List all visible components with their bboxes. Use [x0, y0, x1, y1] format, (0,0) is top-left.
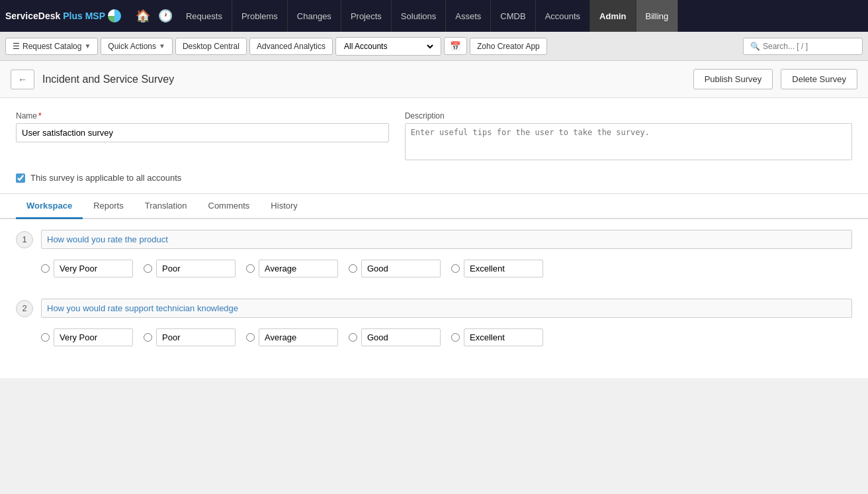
toolbar: ☰ Request Catalog ▼ Quick Actions ▼ Desk… [0, 32, 868, 61]
nav-changes[interactable]: Changes [288, 0, 341, 32]
option-radio[interactable] [144, 333, 152, 342]
list-icon: ☰ [13, 42, 20, 51]
page-title: Incident and Service Survey [42, 74, 685, 85]
option-item [144, 328, 236, 346]
nav-solutions[interactable]: Solutions [392, 0, 446, 32]
tab-comments[interactable]: Comments [198, 194, 261, 219]
calendar-icon: 📅 [450, 41, 461, 51]
options-row-2 [16, 328, 852, 346]
required-indicator: * [38, 111, 42, 121]
option-radio[interactable] [246, 333, 255, 342]
survey-content: 1 [0, 219, 868, 378]
option-input[interactable] [361, 260, 441, 277]
globe-icon[interactable]: 🕐 [158, 9, 173, 23]
accounts-select[interactable]: All Accounts [341, 41, 435, 52]
request-catalog-btn[interactable]: ☰ Request Catalog ▼ [5, 38, 98, 55]
nav-problems[interactable]: Problems [232, 0, 288, 32]
name-label: Name* [16, 111, 389, 121]
back-button[interactable]: ← [11, 70, 34, 89]
nav-requests[interactable]: Requests [177, 0, 232, 32]
search-box[interactable]: 🔍 [743, 38, 863, 55]
form-row-name-desc: Name* Description [16, 111, 852, 162]
option-radio[interactable] [451, 333, 460, 342]
option-radio[interactable] [246, 264, 255, 273]
option-input[interactable] [156, 260, 236, 277]
option-item [41, 260, 133, 277]
dropdown-arrow-icon: ▼ [84, 42, 91, 50]
option-input[interactable] [464, 260, 543, 277]
option-radio[interactable] [41, 264, 50, 273]
nav-accounts[interactable]: Accounts [536, 0, 590, 32]
description-field: Description [405, 111, 852, 162]
top-navigation: ServiceDesk Plus MSP 🏠 🕐 Requests Proble… [0, 0, 868, 32]
description-label: Description [405, 111, 852, 121]
question-row-1: 1 [16, 230, 852, 249]
page-header: ← Incident and Service Survey Publish Su… [0, 61, 868, 98]
form-area: Name* Description This survey is applica… [0, 98, 868, 194]
option-input[interactable] [54, 328, 133, 346]
option-input[interactable] [54, 260, 133, 277]
question-number-2: 2 [16, 300, 33, 317]
main-content: ← Incident and Service Survey Publish Su… [0, 61, 868, 378]
option-input[interactable] [259, 328, 338, 346]
dropdown-arrow-icon: ▼ [159, 42, 165, 50]
question-row-2: 2 [16, 299, 852, 318]
nav-admin[interactable]: Admin [590, 0, 636, 32]
app-logo: ServiceDesk Plus MSP [5, 9, 121, 23]
tab-history[interactable]: History [260, 194, 308, 219]
question-block-2: 2 [16, 299, 852, 346]
option-radio[interactable] [349, 333, 357, 342]
option-input[interactable] [259, 260, 338, 277]
logo-icon [108, 9, 121, 23]
tabs-bar: Workspace Reports Translation Comments H… [0, 194, 868, 219]
options-row-1 [16, 260, 852, 277]
question-block-1: 1 [16, 230, 852, 277]
option-input[interactable] [156, 328, 236, 346]
option-item [349, 328, 441, 346]
all-accounts-checkbox[interactable] [16, 173, 25, 183]
tab-workspace[interactable]: Workspace [16, 194, 83, 219]
advanced-analytics-btn[interactable]: Advanced Analytics [249, 38, 333, 55]
question-text-2[interactable] [41, 299, 852, 318]
tab-translation[interactable]: Translation [134, 194, 198, 219]
question-text-1[interactable] [41, 230, 852, 249]
description-textarea[interactable] [405, 123, 852, 160]
option-radio[interactable] [349, 264, 357, 273]
nav-menu: Requests Problems Changes Projects Solut… [177, 0, 678, 32]
option-radio[interactable] [144, 264, 152, 273]
nav-projects[interactable]: Projects [341, 0, 392, 32]
option-input[interactable] [361, 328, 441, 346]
option-item [41, 328, 133, 346]
zoho-creator-btn[interactable]: Zoho Creator App [470, 38, 547, 55]
option-item [246, 328, 338, 346]
publish-survey-button[interactable]: Publish Survey [693, 69, 773, 89]
checkbox-row: This survey is applicable to all account… [16, 173, 852, 183]
option-item [451, 328, 543, 346]
home-icon[interactable]: 🏠 [136, 9, 150, 23]
option-item [144, 260, 236, 277]
nav-assets[interactable]: Assets [446, 0, 491, 32]
option-item [451, 260, 543, 277]
option-radio[interactable] [451, 264, 460, 273]
option-radio[interactable] [41, 333, 50, 342]
calendar-icon-btn[interactable]: 📅 [444, 37, 467, 55]
option-input[interactable] [464, 328, 543, 346]
option-item [246, 260, 338, 277]
search-input[interactable] [763, 42, 855, 51]
desktop-central-btn[interactable]: Desktop Central [175, 38, 247, 55]
quick-actions-btn[interactable]: Quick Actions ▼ [101, 38, 173, 55]
option-item [349, 260, 441, 277]
delete-survey-button[interactable]: Delete Survey [781, 69, 857, 89]
accounts-dropdown[interactable]: All Accounts [335, 37, 441, 56]
checkbox-label: This survey is applicable to all account… [30, 173, 181, 183]
question-number-1: 1 [16, 231, 33, 248]
tab-reports[interactable]: Reports [83, 194, 134, 219]
search-icon: 🔍 [750, 42, 760, 51]
name-input[interactable] [16, 123, 389, 142]
nav-cmdb[interactable]: CMDB [491, 0, 535, 32]
name-field: Name* [16, 111, 389, 162]
nav-billing[interactable]: Billing [636, 0, 679, 32]
logo-text: ServiceDesk Plus MSP [5, 11, 105, 21]
